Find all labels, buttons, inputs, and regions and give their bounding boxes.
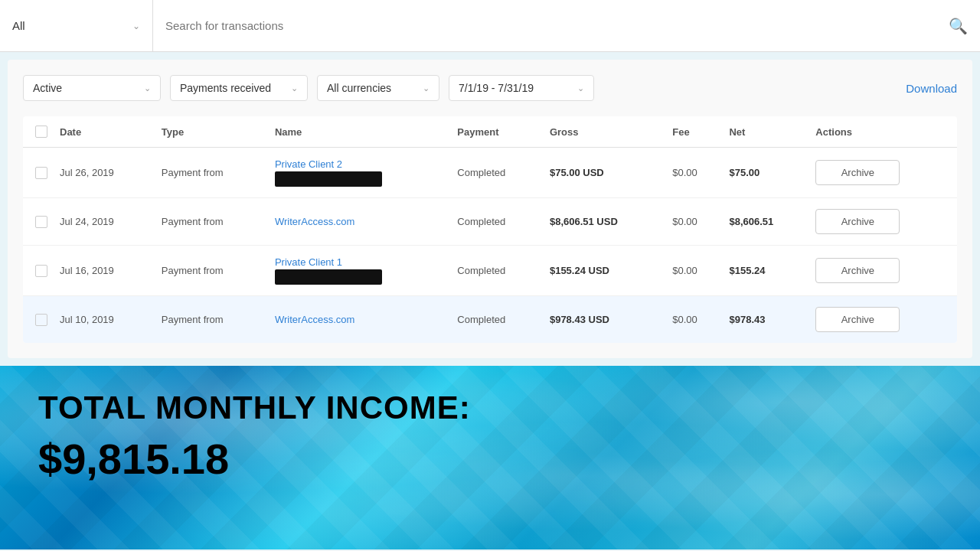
name-link[interactable]: Private Client 2 [275, 158, 445, 170]
date-cell: Jul 10, 2019 [54, 296, 155, 344]
search-container: 🔍 [153, 0, 980, 51]
income-text: TOTAL MONTHLY INCOME: $9,815.18 [38, 389, 471, 485]
date-range-filter[interactable]: 7/1/19 - 7/31/19 ⌄ [449, 75, 594, 101]
gross-header: Gross [544, 116, 666, 148]
net-cell: $75.00 [723, 148, 809, 198]
type-filter[interactable]: Payments received ⌄ [170, 75, 308, 101]
table-row: Jul 16, 2019 Payment from Private Client… [23, 246, 957, 296]
fee-cell: $0.00 [666, 198, 723, 246]
income-label: TOTAL MONTHLY INCOME: [38, 389, 471, 427]
select-all-header [23, 116, 54, 148]
select-all-checkbox[interactable] [35, 126, 47, 138]
currency-filter[interactable]: All currencies ⌄ [317, 75, 439, 101]
payment-header: Payment [451, 116, 544, 148]
name-cell: WriterAccess.com [269, 198, 451, 246]
chevron-down-icon: ⌄ [577, 83, 584, 93]
table-row: Jul 10, 2019 Payment from WriterAccess.c… [23, 296, 957, 344]
table-header-row: Date Type Name Payment Gross Fee Net Act… [23, 116, 957, 148]
type-header: Type [155, 116, 269, 148]
type-cell: Payment from [155, 148, 269, 198]
gross-cell: $155.24 USD [544, 246, 666, 296]
bottom-section: TOTAL MONTHLY INCOME: $9,815.18 [0, 366, 980, 549]
date-cell: Jul 16, 2019 [54, 246, 155, 296]
chevron-down-icon: ⌄ [291, 83, 298, 93]
chevron-down-icon: ⌄ [132, 21, 140, 31]
name-link[interactable]: WriterAccess.com [275, 314, 445, 325]
payment-cell: Completed [451, 198, 544, 246]
name-header: Name [269, 116, 451, 148]
net-cell: $978.43 [723, 296, 809, 344]
gross-cell: $8,606.51 USD [544, 198, 666, 246]
table-row: Jul 26, 2019 Payment from Private Client… [23, 148, 957, 198]
net-cell: $8,606.51 [723, 198, 809, 246]
archive-button[interactable]: Archive [815, 160, 900, 185]
top-bar: All ⌄ 🔍 [0, 0, 980, 52]
chevron-down-icon: ⌄ [423, 83, 430, 93]
payment-cell: Completed [451, 296, 544, 344]
status-filter-label: Active [33, 82, 62, 94]
action-cell: Archive [809, 198, 957, 246]
search-input[interactable] [165, 19, 949, 32]
income-amount: $9,815.18 [38, 433, 471, 484]
date-range-label: 7/1/19 - 7/31/19 [459, 82, 534, 94]
row-checkbox-cell [23, 198, 54, 246]
name-cell: Private Client 2 [269, 148, 451, 198]
chevron-down-icon: ⌄ [144, 83, 151, 93]
type-filter-label: Payments received [180, 82, 271, 94]
net-cell: $155.24 [723, 246, 809, 296]
type-cell: Payment from [155, 246, 269, 296]
row-checkbox[interactable] [35, 265, 47, 277]
redacted-name [275, 171, 382, 187]
archive-button[interactable]: Archive [815, 209, 900, 234]
net-header: Net [723, 116, 809, 148]
action-cell: Archive [809, 148, 957, 198]
gross-cell: $978.43 USD [544, 296, 666, 344]
all-filter-label: All [12, 19, 25, 32]
name-cell: Private Client 1 [269, 246, 451, 296]
transactions-table: Date Type Name Payment Gross Fee Net Act… [23, 116, 957, 343]
currency-filter-label: All currencies [327, 82, 391, 94]
table-row: Jul 24, 2019 Payment from WriterAccess.c… [23, 198, 957, 246]
row-checkbox-cell [23, 148, 54, 198]
date-cell: Jul 26, 2019 [54, 148, 155, 198]
fee-cell: $0.00 [666, 296, 723, 344]
date-cell: Jul 24, 2019 [54, 198, 155, 246]
fee-cell: $0.00 [666, 246, 723, 296]
payment-cell: Completed [451, 148, 544, 198]
row-checkbox[interactable] [35, 216, 47, 228]
archive-button[interactable]: Archive [815, 307, 900, 332]
name-link[interactable]: Private Client 1 [275, 256, 445, 268]
fee-header: Fee [666, 116, 723, 148]
download-button[interactable]: Download [906, 82, 957, 95]
type-cell: Payment from [155, 198, 269, 246]
name-link[interactable]: WriterAccess.com [275, 216, 445, 227]
type-cell: Payment from [155, 296, 269, 344]
redacted-name [275, 269, 382, 285]
fee-cell: $0.00 [666, 148, 723, 198]
row-checkbox[interactable] [35, 167, 47, 179]
action-cell: Archive [809, 296, 957, 344]
status-filter[interactable]: Active ⌄ [23, 75, 161, 101]
date-header: Date [54, 116, 155, 148]
all-filter-dropdown[interactable]: All ⌄ [0, 0, 153, 51]
action-cell: Archive [809, 246, 957, 296]
search-icon: 🔍 [949, 17, 968, 35]
main-content: Active ⌄ Payments received ⌄ All currenc… [8, 60, 972, 358]
name-cell: WriterAccess.com [269, 296, 451, 344]
row-checkbox-cell [23, 296, 54, 344]
gross-cell: $75.00 USD [544, 148, 666, 198]
row-checkbox-cell [23, 246, 54, 296]
filter-row: Active ⌄ Payments received ⌄ All currenc… [23, 75, 957, 101]
payment-cell: Completed [451, 246, 544, 296]
archive-button[interactable]: Archive [815, 258, 900, 283]
actions-header: Actions [809, 116, 957, 148]
row-checkbox[interactable] [35, 314, 47, 326]
